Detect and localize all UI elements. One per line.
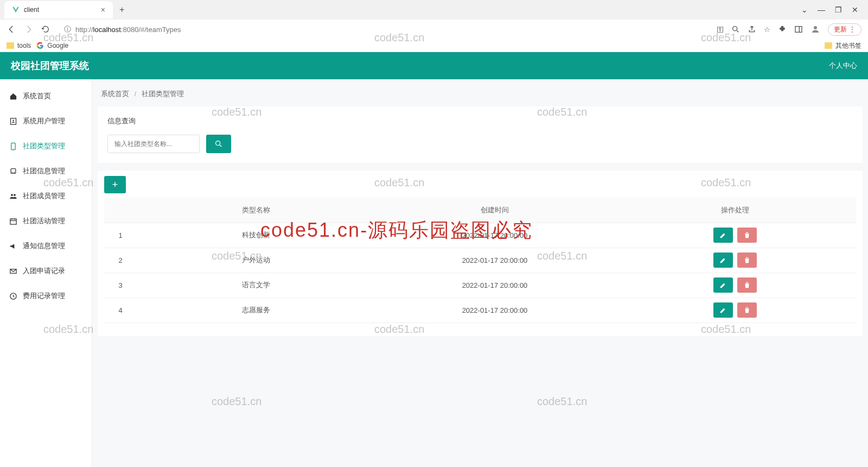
delete-button[interactable] xyxy=(737,302,757,318)
search-button[interactable] xyxy=(206,135,231,153)
col-index xyxy=(104,198,137,223)
edit-button[interactable] xyxy=(713,277,733,293)
table-row: 2 户外运动 2022-01-17 20:00:00 xyxy=(104,248,856,273)
megaphone-icon xyxy=(9,242,17,250)
group-icon xyxy=(9,192,17,200)
svg-point-11 xyxy=(11,194,13,196)
search-panel: 信息查询 xyxy=(98,106,863,163)
caret-down-icon[interactable]: ⌄ xyxy=(801,5,808,14)
cell-name: 科技创新 xyxy=(137,223,375,248)
extensions-icon[interactable] xyxy=(778,25,787,34)
svg-rect-1 xyxy=(795,27,802,33)
forward-button[interactable] xyxy=(24,24,34,34)
cell-index: 1 xyxy=(104,223,137,248)
cell-time: 2022-01-17 20:00:00 xyxy=(375,298,614,323)
sidebar-item-users[interactable]: 系统用户管理 xyxy=(0,109,92,134)
breadcrumb-sep: / xyxy=(135,90,137,98)
edit-button[interactable] xyxy=(713,302,733,318)
back-button[interactable] xyxy=(7,24,16,34)
new-tab-button[interactable]: + xyxy=(116,5,127,15)
sidebar-item-fee[interactable]: 费用记录管理 xyxy=(0,283,92,308)
folder-icon xyxy=(7,42,14,49)
edit-button[interactable] xyxy=(713,253,733,268)
url-text: http://localhost:8080/#/teamTypes xyxy=(75,26,181,34)
cell-name: 户外运动 xyxy=(137,248,375,273)
data-table: 类型名称 创建时间 操作处理 1 科技创新 2022-01-17 20:00:0… xyxy=(104,198,856,323)
svg-point-19 xyxy=(216,141,220,146)
cell-action xyxy=(614,273,856,298)
col-name: 类型名称 xyxy=(137,198,375,223)
svg-point-9 xyxy=(11,172,12,173)
cell-time: 2022-01-17 20:00:00 xyxy=(375,223,614,248)
reload-button[interactable] xyxy=(41,25,50,34)
col-time: 创建时间 xyxy=(375,198,614,223)
close-tab-icon[interactable]: × xyxy=(101,5,105,14)
edit-button[interactable] xyxy=(713,228,733,243)
bookmark-star-icon[interactable]: ☆ xyxy=(764,26,770,34)
sidebar-label: 社团成员管理 xyxy=(23,191,65,201)
trash-icon xyxy=(743,231,751,239)
share-icon[interactable] xyxy=(748,25,756,34)
add-button[interactable]: + xyxy=(104,176,126,193)
sidebar-item-activities[interactable]: 社团活动管理 xyxy=(0,209,92,234)
cell-index: 2 xyxy=(104,248,137,273)
cell-index: 4 xyxy=(104,298,137,323)
cell-action xyxy=(614,223,856,248)
table-row: 1 科技创新 2022-01-17 20:00:00 xyxy=(104,223,856,248)
site-info-icon[interactable]: ⓘ xyxy=(64,24,71,34)
delete-button[interactable] xyxy=(737,253,757,268)
cell-index: 3 xyxy=(104,273,137,298)
sidebar-item-home[interactable]: 系统首页 xyxy=(0,84,92,109)
svg-point-3 xyxy=(814,26,817,29)
cell-name: 志愿服务 xyxy=(137,298,375,323)
sidebar-label: 社团活动管理 xyxy=(23,216,65,226)
browser-tab[interactable]: client × xyxy=(4,1,113,18)
trash-icon xyxy=(743,281,751,289)
breadcrumb-home[interactable]: 系统首页 xyxy=(101,90,129,98)
sidebar-label: 系统用户管理 xyxy=(23,116,65,126)
cell-time: 2022-01-17 20:00:00 xyxy=(375,273,614,298)
svg-rect-8 xyxy=(11,168,16,173)
search-panel-title: 信息查询 xyxy=(107,116,853,126)
address-bar[interactable]: ⓘ http://localhost:8080/#/teamTypes xyxy=(58,21,709,37)
clock-icon xyxy=(9,292,17,300)
pencil-icon xyxy=(719,256,727,264)
sidebar-item-team-types[interactable]: 社团类型管理 xyxy=(0,134,92,159)
pencil-icon xyxy=(719,231,727,239)
breadcrumb: 系统首页 / 社团类型管理 xyxy=(92,87,868,106)
pencil-icon xyxy=(719,306,727,314)
sidebar-label: 通知信息管理 xyxy=(23,241,65,251)
calendar-icon xyxy=(9,217,17,225)
profile-icon[interactable] xyxy=(810,24,820,34)
delete-button[interactable] xyxy=(737,277,757,293)
side-panel-icon[interactable] xyxy=(794,25,803,34)
sidebar-label: 社团类型管理 xyxy=(23,141,65,151)
close-window-icon[interactable]: ✕ xyxy=(852,5,858,14)
sidebar-item-notice[interactable]: 通知信息管理 xyxy=(0,234,92,258)
bookmark-other[interactable]: 其他书签 xyxy=(825,41,861,51)
maximize-icon[interactable]: ❐ xyxy=(835,5,842,14)
search-input[interactable] xyxy=(107,135,200,153)
browser-chrome: client × + ⌄ — ❐ ✕ ⓘ http://localhost:80… xyxy=(0,0,868,52)
bookmark-google[interactable]: Google xyxy=(36,42,68,49)
key-icon[interactable]: ⚿ xyxy=(717,26,724,34)
update-button[interactable]: 更新 ⋮ xyxy=(828,23,861,36)
cell-time: 2022-01-17 20:00:00 xyxy=(375,248,614,273)
svg-point-12 xyxy=(14,194,16,196)
cell-name: 语言文学 xyxy=(137,273,375,298)
sidebar-label: 费用记录管理 xyxy=(23,291,65,301)
cell-action xyxy=(614,298,856,323)
google-icon xyxy=(36,42,44,49)
zoom-icon[interactable] xyxy=(731,25,740,34)
table-row: 4 志愿服务 2022-01-17 20:00:00 xyxy=(104,298,856,323)
user-center-link[interactable]: 个人中心 xyxy=(829,61,857,71)
svg-rect-13 xyxy=(10,219,16,224)
folder-icon xyxy=(825,42,832,49)
delete-button[interactable] xyxy=(737,228,757,243)
sidebar-item-members[interactable]: 社团成员管理 xyxy=(0,184,92,209)
sidebar-item-team-info[interactable]: 社团信息管理 xyxy=(0,159,92,184)
sidebar-item-apply[interactable]: 入团申请记录 xyxy=(0,258,92,283)
bookmark-tools[interactable]: tools xyxy=(7,42,31,49)
train-icon xyxy=(9,167,17,175)
minimize-icon[interactable]: — xyxy=(818,5,825,14)
